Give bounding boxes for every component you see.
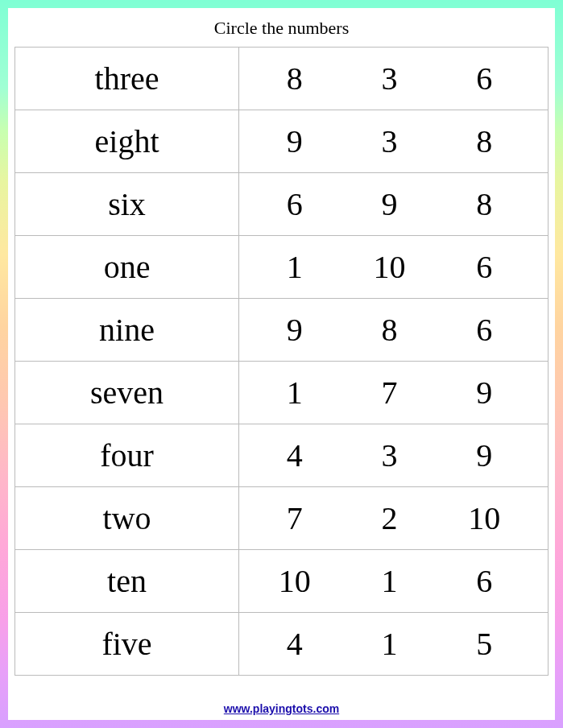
number-word: six xyxy=(15,173,239,236)
number-option[interactable]: 9 xyxy=(248,311,342,349)
table-row: one1106 xyxy=(15,236,549,299)
number-option[interactable]: 1 xyxy=(248,248,342,286)
number-option[interactable]: 8 xyxy=(437,185,531,223)
number-options-cell: 415 xyxy=(239,613,549,676)
table-row: three836 xyxy=(15,48,549,110)
table-row: six698 xyxy=(15,173,549,236)
number-options: 7210 xyxy=(247,499,532,537)
worksheet-title: Circle the numbers xyxy=(14,14,549,47)
number-options-cell: 7210 xyxy=(239,487,549,550)
number-option[interactable]: 9 xyxy=(248,122,342,160)
number-options: 415 xyxy=(247,625,532,663)
number-option[interactable]: 9 xyxy=(437,374,531,412)
number-option[interactable]: 3 xyxy=(342,122,436,160)
number-word: ten xyxy=(15,550,239,613)
number-option[interactable]: 1 xyxy=(248,374,342,412)
number-option[interactable]: 8 xyxy=(342,311,436,349)
number-word: nine xyxy=(15,299,239,362)
number-option[interactable]: 4 xyxy=(248,625,342,663)
number-option[interactable]: 6 xyxy=(437,562,531,600)
number-options: 938 xyxy=(247,122,532,160)
page-frame: Circle the numbers three836eight938six69… xyxy=(0,0,563,728)
number-options-cell: 698 xyxy=(239,173,549,236)
number-options: 986 xyxy=(247,311,532,349)
number-options: 439 xyxy=(247,436,532,474)
number-option[interactable]: 4 xyxy=(248,436,342,474)
number-options: 836 xyxy=(247,60,532,97)
number-option[interactable]: 6 xyxy=(248,185,342,223)
number-option[interactable]: 8 xyxy=(437,122,531,160)
number-word: eight xyxy=(15,110,239,173)
number-options: 1106 xyxy=(247,248,532,286)
number-word: one xyxy=(15,236,239,299)
number-word: seven xyxy=(15,362,239,424)
number-option[interactable]: 9 xyxy=(342,185,436,223)
worksheet-table: three836eight938six698one1106nine986seve… xyxy=(14,47,549,676)
number-option[interactable]: 7 xyxy=(248,499,342,537)
footer-link[interactable]: www.playingtots.com xyxy=(8,702,555,715)
number-option[interactable]: 10 xyxy=(248,562,342,600)
number-options-cell: 1106 xyxy=(239,236,549,299)
number-word: four xyxy=(15,424,239,487)
number-word: two xyxy=(15,487,239,550)
number-options-cell: 938 xyxy=(239,110,549,173)
number-option[interactable]: 9 xyxy=(437,436,531,474)
number-option[interactable]: 6 xyxy=(437,60,531,97)
number-option[interactable]: 8 xyxy=(248,60,342,97)
number-option[interactable]: 3 xyxy=(342,60,436,97)
number-option[interactable]: 10 xyxy=(342,248,436,286)
number-option[interactable]: 1 xyxy=(342,562,436,600)
table-row: five415 xyxy=(15,613,549,676)
table-row: two7210 xyxy=(15,487,549,550)
number-options-cell: 439 xyxy=(239,424,549,487)
number-option[interactable]: 6 xyxy=(437,311,531,349)
number-options: 698 xyxy=(247,185,532,223)
number-word: three xyxy=(15,48,239,110)
number-options-cell: 986 xyxy=(239,299,549,362)
number-options-cell: 1016 xyxy=(239,550,549,613)
number-word: five xyxy=(15,613,239,676)
number-options-cell: 179 xyxy=(239,362,549,424)
number-option[interactable]: 7 xyxy=(342,374,436,412)
number-option[interactable]: 6 xyxy=(437,248,531,286)
number-option[interactable]: 10 xyxy=(437,499,531,537)
table-row: seven179 xyxy=(15,362,549,424)
number-option[interactable]: 1 xyxy=(342,625,436,663)
page-inner: Circle the numbers three836eight938six69… xyxy=(8,8,555,720)
number-options: 1016 xyxy=(247,562,532,600)
table-row: four439 xyxy=(15,424,549,487)
table-row: eight938 xyxy=(15,110,549,173)
table-row: ten1016 xyxy=(15,550,549,613)
number-options-cell: 836 xyxy=(239,48,549,110)
number-options: 179 xyxy=(247,374,532,412)
table-row: nine986 xyxy=(15,299,549,362)
number-option[interactable]: 3 xyxy=(342,436,436,474)
number-option[interactable]: 5 xyxy=(437,625,531,663)
number-option[interactable]: 2 xyxy=(342,499,436,537)
